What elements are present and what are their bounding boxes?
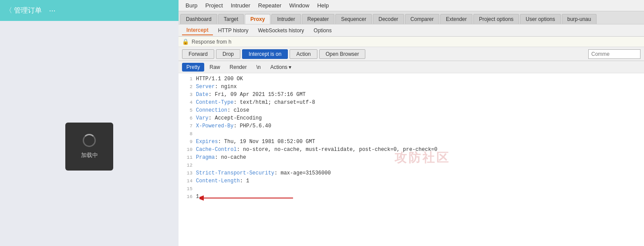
- line-number: 7: [180, 122, 192, 130]
- http-line: 14 Content-Length: 1: [179, 177, 644, 185]
- menu-repeater[interactable]: Repeater: [255, 1, 285, 10]
- line-number: 11: [180, 154, 192, 161]
- burp-menu-bar: Burp Project Intruder Repeater Window He…: [179, 0, 644, 11]
- http-line: 16 1: [179, 193, 644, 201]
- line-text: [196, 185, 199, 193]
- http-line: 5 Connection: close: [179, 106, 644, 114]
- menu-project[interactable]: Project: [202, 1, 226, 10]
- subtab-options[interactable]: Options: [309, 26, 336, 35]
- more-options-button[interactable]: ···: [49, 6, 55, 15]
- line-text: Pragma: no-cache: [196, 154, 246, 161]
- line-number: 2: [180, 83, 192, 91]
- line-text: Server: nginx: [196, 83, 237, 91]
- content-toolbar: Pretty Raw Render \n Actions ▾: [179, 61, 644, 73]
- line-number: 5: [180, 106, 192, 114]
- subtab-websockets-history[interactable]: WebSockets history: [253, 26, 308, 35]
- http-line: 7 X-Powered-By: PHP/5.6.40: [179, 122, 644, 130]
- line-number: 3: [180, 91, 192, 99]
- lock-icon: 🔒: [182, 38, 189, 45]
- line-number: 13: [180, 169, 192, 177]
- tab-user-options[interactable]: User options: [520, 14, 560, 24]
- line-number: 15: [180, 185, 192, 193]
- line-text: Date: Fri, 09 Apr 2021 15:57:16 GMT: [196, 91, 306, 99]
- http-line: 13 Strict-Transport-Security: max-age=31…: [179, 169, 644, 177]
- line-text: Connection: close: [196, 106, 249, 114]
- menu-window[interactable]: Window: [286, 1, 313, 10]
- subtab-intercept[interactable]: Intercept: [182, 26, 213, 35]
- line-number: 10: [180, 146, 192, 154]
- arrow-annotation: [199, 194, 295, 202]
- tab-proxy[interactable]: Proxy: [245, 14, 270, 24]
- intercept-toggle-button[interactable]: Intercept is on: [242, 49, 288, 59]
- content-tab-raw[interactable]: Raw: [205, 63, 224, 72]
- tab-target[interactable]: Target: [218, 14, 244, 24]
- menu-intruder[interactable]: Intruder: [227, 1, 254, 10]
- content-tab-newline[interactable]: \n: [252, 63, 265, 72]
- line-text: [196, 161, 199, 169]
- comment-input[interactable]: [588, 49, 641, 59]
- content-tab-pretty[interactable]: Pretty: [182, 63, 204, 72]
- content-tab-actions[interactable]: Actions ▾: [266, 63, 296, 72]
- tab-repeater[interactable]: Repeater: [302, 14, 334, 24]
- line-number: 6: [180, 114, 192, 122]
- menu-help[interactable]: Help: [314, 1, 332, 10]
- http-line: 1 HTTP/1.1 200 OK: [179, 75, 644, 83]
- proxy-sub-tabs: Intercept HTTP history WebSockets histor…: [179, 24, 644, 37]
- http-line: 12: [179, 161, 644, 169]
- tab-burp-unau[interactable]: burp-unau: [562, 14, 597, 24]
- tab-project-options[interactable]: Project options: [473, 14, 519, 24]
- http-line: 3 Date: Fri, 09 Apr 2021 15:57:16 GMT: [179, 91, 644, 99]
- line-number: 1: [180, 75, 192, 83]
- left-body: 加载中: [0, 21, 179, 246]
- line-text: X-Powered-By: PHP/5.6.40: [196, 122, 271, 130]
- loading-text: 加载中: [81, 151, 98, 159]
- line-text: Content-Type: text/html; charset=utf-8: [196, 99, 315, 106]
- http-line: 6 Vary: Accept-Encoding: [179, 114, 644, 122]
- tab-decoder[interactable]: Decoder: [373, 14, 404, 24]
- tab-extender[interactable]: Extender: [440, 14, 472, 24]
- line-text: Content-Length: 1: [196, 177, 249, 185]
- loading-spinner: [83, 134, 96, 147]
- line-text: Expires: Thu, 19 Nov 1981 08:52:00 GMT: [196, 138, 315, 146]
- forward-button[interactable]: Forward: [182, 49, 214, 59]
- drop-button[interactable]: Drop: [216, 49, 240, 59]
- line-number: 14: [180, 177, 192, 185]
- http-line: 2 Server: nginx: [179, 83, 644, 91]
- back-button[interactable]: 〈 管理订单: [5, 6, 42, 15]
- line-text: [196, 130, 199, 138]
- response-url: Response from h: [192, 39, 231, 45]
- left-panel: 〈 管理订单 ··· 加载中: [0, 0, 179, 246]
- tab-sequencer[interactable]: Sequencer: [335, 14, 372, 24]
- response-bar: 🔒 Response from h: [179, 37, 644, 47]
- line-number: 9: [180, 138, 192, 146]
- http-line: 8: [179, 130, 644, 138]
- menu-burp[interactable]: Burp: [182, 1, 201, 10]
- open-browser-button[interactable]: Open Browser: [319, 49, 366, 59]
- http-line: 11 Pragma: no-cache: [179, 154, 644, 161]
- http-content: 1 HTTP/1.1 200 OK 2 Server: nginx 3 Date…: [179, 73, 644, 246]
- burp-panel: Burp Project Intruder Repeater Window He…: [179, 0, 644, 246]
- action-bar: Forward Drop Intercept is on Action Open…: [179, 47, 644, 61]
- tab-comparer[interactable]: Comparer: [405, 14, 439, 24]
- line-text: Cache-Control: no-store, no-cache, must-…: [196, 146, 438, 154]
- action-button[interactable]: Action: [290, 49, 317, 59]
- line-number: 4: [180, 99, 192, 106]
- line-number: 8: [180, 130, 192, 138]
- http-line: 10 Cache-Control: no-store, no-cache, mu…: [179, 146, 644, 154]
- burp-nav-tabs: Dashboard Target Proxy Intruder Repeater…: [179, 11, 644, 24]
- tab-intruder[interactable]: Intruder: [271, 14, 300, 24]
- loading-box: 加载中: [65, 123, 113, 171]
- http-line: 15: [179, 185, 644, 193]
- line-text: 1: [196, 193, 199, 201]
- http-line: 9 Expires: Thu, 19 Nov 1981 08:52:00 GMT: [179, 138, 644, 146]
- line-text: HTTP/1.1 200 OK: [196, 75, 243, 83]
- line-number: 16: [180, 193, 192, 201]
- left-header: 〈 管理订单 ···: [0, 0, 179, 21]
- http-line: 4 Content-Type: text/html; charset=utf-8: [179, 99, 644, 106]
- tab-dashboard[interactable]: Dashboard: [180, 14, 217, 24]
- line-text: Vary: Accept-Encoding: [196, 114, 262, 122]
- subtab-http-history[interactable]: HTTP history: [214, 26, 253, 35]
- line-number: 12: [180, 161, 192, 169]
- line-text: Strict-Transport-Security: max-age=31536…: [196, 169, 331, 177]
- content-tab-render[interactable]: Render: [225, 63, 251, 72]
